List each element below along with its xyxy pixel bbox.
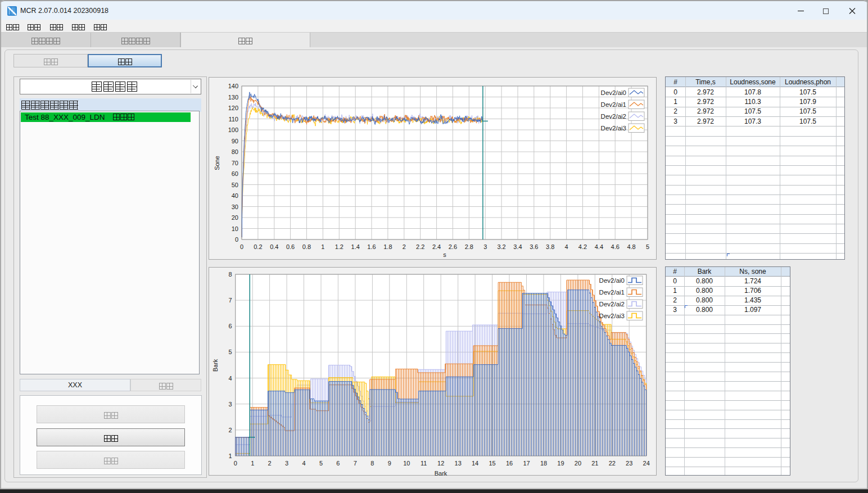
- svg-text:4: 4: [302, 460, 305, 467]
- svg-text:70: 70: [232, 160, 238, 166]
- svg-text:3.4: 3.4: [513, 243, 522, 250]
- svg-text:110: 110: [228, 116, 238, 123]
- svg-text:0: 0: [235, 236, 238, 243]
- svg-text:140: 140: [228, 83, 238, 89]
- svg-text:Dev2/ai2: Dev2/ai2: [601, 113, 626, 120]
- svg-text:4: 4: [565, 243, 568, 250]
- svg-text:4.2: 4.2: [578, 243, 587, 250]
- svg-text:Dev2/ai3: Dev2/ai3: [601, 125, 626, 132]
- svg-text:3: 3: [229, 401, 232, 408]
- svg-text:4.4: 4.4: [595, 243, 603, 250]
- svg-text:7: 7: [229, 297, 232, 304]
- svg-text:Sone: Sone: [214, 156, 220, 170]
- svg-text:0.2: 0.2: [254, 243, 262, 250]
- svg-text:Bark: Bark: [435, 470, 447, 476]
- svg-text:20: 20: [575, 460, 581, 467]
- svg-text:50: 50: [232, 182, 238, 188]
- svg-text:Dev2/ai2: Dev2/ai2: [599, 301, 625, 307]
- svg-text:s: s: [443, 251, 446, 258]
- svg-text:1.8: 1.8: [383, 243, 392, 250]
- svg-text:Dev2/ai1: Dev2/ai1: [601, 101, 626, 108]
- svg-text:15: 15: [489, 460, 495, 467]
- svg-text:0: 0: [240, 243, 243, 250]
- svg-text:5: 5: [229, 349, 232, 355]
- svg-text:12: 12: [437, 460, 444, 467]
- svg-text:7: 7: [354, 460, 357, 467]
- svg-text:1: 1: [229, 453, 232, 459]
- svg-text:100: 100: [228, 126, 238, 133]
- svg-text:8: 8: [229, 271, 232, 278]
- svg-text:20: 20: [232, 214, 238, 221]
- svg-text:0: 0: [234, 460, 237, 467]
- svg-text:11: 11: [421, 460, 427, 467]
- svg-text:17: 17: [523, 460, 530, 467]
- svg-text:2.4: 2.4: [432, 243, 441, 250]
- svg-text:24: 24: [643, 460, 650, 467]
- svg-text:3: 3: [483, 243, 487, 250]
- svg-text:3.2: 3.2: [497, 243, 505, 250]
- svg-text:16: 16: [506, 460, 513, 467]
- svg-text:1: 1: [321, 243, 324, 250]
- svg-text:3: 3: [285, 460, 288, 467]
- svg-text:Bark: Bark: [212, 359, 219, 372]
- svg-text:1.2: 1.2: [335, 243, 343, 250]
- svg-text:3.6: 3.6: [530, 243, 538, 250]
- svg-text:2.2: 2.2: [416, 243, 424, 250]
- svg-text:60: 60: [232, 170, 238, 177]
- svg-text:13: 13: [455, 460, 462, 467]
- svg-text:10: 10: [403, 460, 410, 467]
- svg-text:90: 90: [232, 138, 238, 144]
- svg-text:4: 4: [229, 375, 232, 382]
- svg-text:5: 5: [646, 243, 649, 250]
- svg-text:2.8: 2.8: [465, 243, 473, 250]
- svg-text:5: 5: [319, 460, 323, 467]
- svg-text:3.8: 3.8: [546, 243, 554, 250]
- svg-text:6: 6: [336, 460, 340, 467]
- svg-text:Dev2/ai1: Dev2/ai1: [599, 289, 625, 296]
- svg-text:0.8: 0.8: [302, 243, 311, 250]
- svg-text:2: 2: [229, 427, 232, 433]
- svg-text:130: 130: [228, 94, 238, 101]
- svg-text:1.6: 1.6: [367, 243, 376, 250]
- svg-text:4.8: 4.8: [627, 243, 635, 250]
- svg-text:4.6: 4.6: [611, 243, 620, 250]
- svg-text:1: 1: [251, 460, 254, 467]
- svg-text:80: 80: [232, 148, 238, 155]
- svg-text:Dev2/ai0: Dev2/ai0: [601, 89, 626, 96]
- svg-text:0.6: 0.6: [286, 243, 295, 250]
- svg-text:23: 23: [626, 460, 632, 467]
- svg-text:21: 21: [591, 460, 598, 467]
- svg-text:19: 19: [557, 460, 564, 467]
- svg-text:1.4: 1.4: [351, 243, 360, 250]
- svg-text:14: 14: [472, 460, 478, 467]
- svg-text:8: 8: [370, 460, 374, 467]
- svg-text:6: 6: [229, 323, 232, 329]
- svg-text:Dev2/ai3: Dev2/ai3: [599, 313, 625, 319]
- svg-text:Dev2/ai0: Dev2/ai0: [599, 277, 625, 284]
- svg-text:2: 2: [403, 243, 406, 250]
- svg-text:30: 30: [232, 203, 238, 210]
- svg-text:2: 2: [268, 460, 272, 467]
- svg-text:0.4: 0.4: [270, 243, 278, 250]
- svg-text:120: 120: [228, 105, 238, 111]
- svg-text:18: 18: [540, 460, 547, 467]
- svg-text:9: 9: [388, 460, 391, 467]
- svg-text:22: 22: [609, 460, 616, 467]
- svg-text:10: 10: [232, 225, 238, 232]
- svg-text:40: 40: [232, 192, 238, 199]
- svg-text:2.6: 2.6: [449, 243, 457, 250]
